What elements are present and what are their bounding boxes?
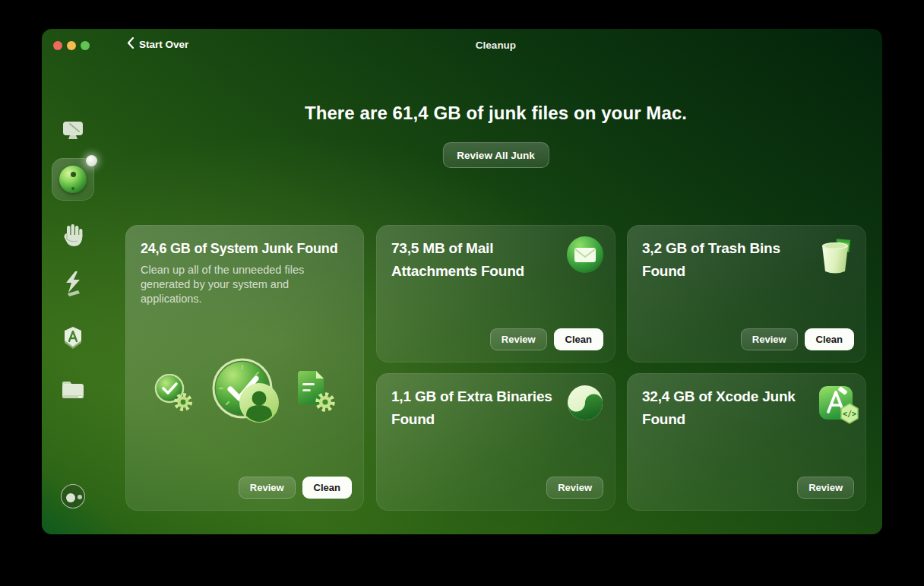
minimize-window-button[interactable] <box>67 41 76 50</box>
card-title: 1,1 GB of Extra Binaries Found <box>391 385 555 431</box>
mail-envelope-icon <box>567 236 603 273</box>
lightning-icon <box>63 271 83 300</box>
clean-button[interactable]: Clean <box>554 328 603 350</box>
cleanup-sphere-icon <box>59 166 87 193</box>
junk-summary-headline: There are 61,4 GB of junk files on your … <box>125 103 866 124</box>
card-xcode-junk[interactable]: 32,4 GB of Xcode Junk Found </> <box>627 373 866 511</box>
card-extra-binaries[interactable]: 1,1 GB of Extra Binaries Found <box>376 373 615 511</box>
sidebar <box>42 62 125 534</box>
review-button[interactable]: Review <box>490 328 547 350</box>
review-button[interactable]: Review <box>797 477 854 499</box>
close-window-button[interactable] <box>53 41 62 50</box>
system-junk-illustration <box>125 356 364 455</box>
sidebar-item-smart-care[interactable] <box>61 120 85 144</box>
titlebar: Start Over Cleanup <box>42 29 882 62</box>
card-system-junk[interactable]: 24,6 GB of System Junk Found Clean up al… <box>125 225 364 511</box>
review-button[interactable]: Review <box>546 477 603 499</box>
review-button[interactable]: Review <box>741 328 798 350</box>
app-window: Start Over Cleanup <box>42 29 882 534</box>
applications-icon <box>61 326 85 355</box>
notification-dot <box>86 155 97 166</box>
clean-button[interactable]: Clean <box>805 328 854 350</box>
sidebar-item-my-clutter[interactable] <box>61 380 85 404</box>
sidebar-item-applications[interactable] <box>61 328 85 353</box>
clean-button[interactable]: Clean <box>302 477 352 499</box>
xcode-icon: </> <box>818 385 854 421</box>
trash-bin-icon <box>818 236 854 273</box>
clock-user-icon <box>211 358 281 426</box>
card-title: 32,4 GB of Xcode Junk Found <box>642 385 805 431</box>
card-title: 73,5 MB of Mail Attachments Found <box>391 237 555 283</box>
card-description: Clean up all of the unneeded files gener… <box>141 263 334 306</box>
zoom-window-button[interactable] <box>81 41 90 50</box>
folder-icon <box>60 380 86 404</box>
clock-gear-icon <box>153 374 198 420</box>
binaries-yin-yang-icon <box>567 385 603 421</box>
mac-display-icon <box>61 119 85 145</box>
document-gear-icon <box>292 369 339 418</box>
svg-text:</>: </> <box>843 410 856 418</box>
card-title: 24,6 GB of System Junk Found <box>141 237 337 260</box>
main-content: There are 61,4 GB of junk files on your … <box>125 62 866 534</box>
card-mail-attachments[interactable]: 73,5 MB of Mail Attachments Found Review… <box>376 225 615 363</box>
card-title: 3,2 GB of Trash Bins Found <box>642 237 805 283</box>
card-trash-bins[interactable]: 3,2 GB of Trash Bins Found Review <box>627 225 866 363</box>
sidebar-item-performance[interactable] <box>61 274 85 298</box>
review-all-junk-button[interactable]: Review All Junk <box>442 142 549 168</box>
review-button[interactable]: Review <box>239 477 296 499</box>
assistant-avatar-icon[interactable] <box>61 484 85 508</box>
sidebar-item-cleanup-selected[interactable] <box>52 158 94 201</box>
hand-icon <box>61 224 85 253</box>
window-title: Cleanup <box>125 40 866 51</box>
sidebar-item-protection[interactable] <box>61 226 85 251</box>
